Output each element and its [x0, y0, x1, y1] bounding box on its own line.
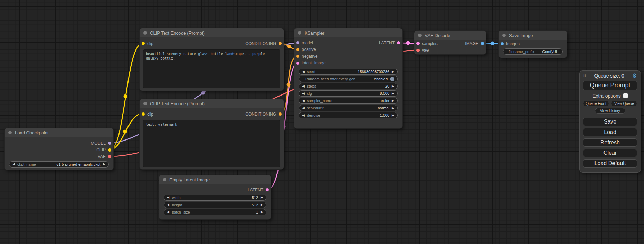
- queue-front-button[interactable]: Queue Front: [583, 101, 609, 106]
- settings-gear-icon[interactable]: ⚙: [632, 73, 637, 79]
- random-seed-toggle-widget[interactable]: Random seed after every gen enabled: [299, 76, 398, 82]
- refresh-button[interactable]: Refresh: [583, 138, 637, 147]
- input-slot-latent-image[interactable]: [296, 62, 299, 65]
- decrement-arrow-icon[interactable]: ◀: [302, 85, 305, 88]
- output-slot-model[interactable]: [108, 142, 111, 145]
- widget-label: sampler_name: [307, 99, 332, 103]
- output-slot-conditioning[interactable]: [279, 112, 282, 116]
- output-slot-clip[interactable]: [108, 148, 111, 152]
- height-widget[interactable]: ◀ height 512 ▶: [164, 202, 266, 208]
- input-slot-negative[interactable]: [296, 55, 299, 58]
- node-title-bar[interactable]: Empty Latent Image: [159, 175, 271, 184]
- collapse-dot-icon[interactable]: [502, 34, 506, 37]
- node-title-bar[interactable]: CLIP Text Encode (Prompt): [140, 28, 284, 37]
- increment-arrow-icon[interactable]: ▶: [392, 99, 394, 102]
- view-history-button[interactable]: View History: [595, 108, 625, 114]
- node-title-bar[interactable]: KSampler: [294, 28, 402, 37]
- clear-button[interactable]: Clear: [583, 149, 637, 157]
- input-slot-vae[interactable]: [416, 49, 420, 52]
- increment-arrow-icon[interactable]: ▶: [392, 114, 394, 117]
- increment-arrow-icon[interactable]: ▶: [392, 92, 394, 95]
- filename-prefix-widget[interactable]: filename_prefix ComfyUI: [503, 48, 563, 55]
- queue-prompt-button[interactable]: Queue Prompt: [583, 81, 637, 90]
- widget-value: 1.000: [380, 113, 390, 117]
- node-clip-text-encode-positive[interactable]: CLIP Text Encode (Prompt) clip CONDITION…: [139, 28, 284, 91]
- output-slot-vae[interactable]: [108, 155, 111, 158]
- node-save-image[interactable]: Save Image images filename_prefix ComfyU…: [498, 30, 567, 58]
- output-slot-image[interactable]: [481, 42, 484, 45]
- link-dot-conditioning-negative[interactable]: [287, 83, 291, 87]
- slot-row: positive: [294, 46, 402, 53]
- decrement-arrow-icon[interactable]: ◀: [12, 163, 15, 166]
- decrement-arrow-icon[interactable]: ◀: [302, 114, 305, 117]
- widget-label: denoise: [307, 113, 320, 117]
- node-empty-latent-image[interactable]: Empty Latent Image LATENT ◀ width 512 ▶ …: [159, 175, 271, 220]
- node-load-checkpoint[interactable]: Load Checkpoint MODEL CLIP VAE: [4, 128, 114, 170]
- decrement-arrow-icon[interactable]: ◀: [302, 99, 305, 102]
- decrement-arrow-icon[interactable]: ◀: [302, 107, 305, 110]
- collapse-dot-icon[interactable]: [8, 131, 12, 134]
- increment-arrow-icon[interactable]: ▶: [392, 70, 394, 73]
- output-slot-latent[interactable]: [397, 41, 400, 44]
- scheduler-widget[interactable]: ◀ scheduler normal ▶: [299, 105, 398, 111]
- collapse-dot-icon[interactable]: [418, 34, 422, 37]
- load-default-button[interactable]: Load Default: [583, 159, 637, 168]
- increment-arrow-icon[interactable]: ▶: [261, 203, 263, 206]
- link-dot-image[interactable]: [491, 42, 494, 45]
- node-title-bar[interactable]: CLIP Text Encode (Prompt): [140, 99, 284, 108]
- save-button[interactable]: Save: [583, 118, 637, 126]
- drag-handle-icon[interactable]: ⠿: [583, 73, 586, 79]
- view-queue-button[interactable]: View Queue: [611, 101, 637, 106]
- increment-arrow-icon[interactable]: ▶: [392, 85, 394, 88]
- prompt-textarea[interactable]: text, watermark: [143, 120, 280, 167]
- link-dot-samples[interactable]: [406, 41, 410, 45]
- link-dot-model[interactable]: [201, 91, 205, 95]
- link-dot-conditioning-positive[interactable]: [287, 45, 291, 48]
- view-history-row: View History: [583, 108, 637, 114]
- ckpt-name-widget[interactable]: ◀ ckpt_name v1-5-pruned-emaonly.ckpt ▶: [9, 161, 109, 168]
- decrement-arrow-icon[interactable]: ◀: [302, 92, 305, 95]
- collapse-dot-icon[interactable]: [143, 31, 147, 35]
- collapse-dot-icon[interactable]: [163, 178, 166, 181]
- link-dot-clip-positive[interactable]: [124, 94, 127, 98]
- node-ksampler[interactable]: KSampler model LATENT positive: [294, 28, 403, 129]
- collapse-dot-icon[interactable]: [143, 102, 147, 105]
- extra-options-checkbox[interactable]: [623, 93, 628, 98]
- decrement-arrow-icon[interactable]: ◀: [167, 210, 169, 214]
- node-title-bar[interactable]: Save Image: [499, 31, 567, 40]
- output-slot-latent[interactable]: [266, 188, 269, 191]
- collapse-dot-icon[interactable]: [298, 31, 301, 35]
- output-slot-conditioning[interactable]: [279, 42, 282, 45]
- input-label-vae: vae: [422, 48, 429, 53]
- steps-widget[interactable]: ◀ steps 20 ▶: [299, 83, 398, 89]
- width-widget[interactable]: ◀ width 512 ▶: [164, 195, 266, 201]
- node-graph-canvas[interactable]: Load Checkpoint MODEL CLIP VAE: [0, 0, 644, 244]
- seed-widget[interactable]: ◀ seed 156680208700286 ▶: [299, 69, 398, 75]
- node-title-bar[interactable]: VAE Decode: [414, 31, 486, 40]
- decrement-arrow-icon[interactable]: ◀: [302, 70, 305, 73]
- input-slot-clip[interactable]: [142, 42, 145, 45]
- increment-arrow-icon[interactable]: ▶: [261, 210, 263, 214]
- cfg-widget[interactable]: ◀ cfg 8.000 ▶: [299, 90, 398, 97]
- input-slot-samples[interactable]: [416, 42, 420, 45]
- input-slot-model[interactable]: [296, 41, 299, 44]
- increment-arrow-icon[interactable]: ▶: [261, 196, 263, 199]
- load-button[interactable]: Load: [583, 128, 637, 136]
- prompt-textarea[interactable]: beautiful scenery nature glass bottle la…: [143, 49, 280, 88]
- decrement-arrow-icon[interactable]: ◀: [167, 203, 169, 206]
- decrement-arrow-icon[interactable]: ◀: [167, 196, 169, 199]
- denoise-widget[interactable]: ◀ denoise 1.000 ▶: [299, 112, 398, 118]
- node-title-bar[interactable]: Load Checkpoint: [5, 128, 113, 137]
- input-slot-clip[interactable]: [142, 112, 145, 116]
- increment-arrow-icon[interactable]: ▶: [103, 163, 105, 166]
- node-clip-text-encode-negative[interactable]: CLIP Text Encode (Prompt) clip CONDITION…: [139, 99, 284, 170]
- input-slot-positive[interactable]: [296, 48, 299, 51]
- node-vae-decode[interactable]: VAE Decode samples IMAGE vae: [414, 30, 486, 55]
- sampler-name-widget[interactable]: ◀ sampler_name euler ▶: [299, 98, 398, 104]
- input-slot-images[interactable]: [501, 42, 504, 45]
- increment-arrow-icon[interactable]: ▶: [392, 107, 394, 110]
- batch-size-widget[interactable]: ◀ batch_size 1 ▶: [164, 209, 266, 215]
- link-dot-clip-negative[interactable]: [123, 130, 127, 134]
- output-label-clip: CLIP: [96, 147, 106, 152]
- toggle-circle-icon[interactable]: [390, 77, 394, 81]
